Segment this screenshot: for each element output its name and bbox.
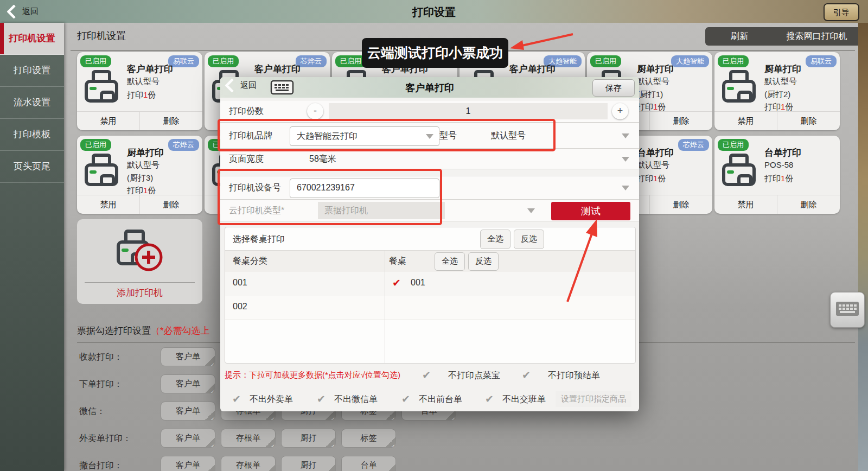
delete-button[interactable]: 删除 [649, 195, 712, 214]
category-row[interactable]: 001 ✔ 001 [225, 272, 635, 296]
ticket-type-button[interactable]: 客户单 [161, 347, 215, 366]
sidebar-item-flow-settings[interactable]: 流水设置 [0, 87, 64, 119]
printer-icon [721, 153, 759, 190]
disable-button[interactable]: 禁用 [77, 112, 139, 130]
ticket-type-button[interactable]: 客户单 [161, 402, 215, 421]
printer-name: 台单打印 [637, 147, 674, 159]
ticket-type-button[interactable]: 存根单 [221, 429, 276, 448]
option-label[interactable]: 不出外卖单 [250, 394, 293, 405]
device-number-row: 打印机设备号 670021239167 [220, 176, 639, 200]
check-corner-icon [205, 355, 215, 366]
option-label[interactable]: 不出前台单 [419, 394, 462, 405]
chevron-down-icon[interactable] [527, 208, 535, 213]
check-corner-icon [205, 437, 215, 448]
page-width-row: 页面宽度 58毫米 [220, 149, 639, 169]
check-corner-icon [385, 410, 396, 421]
ticket-type-button[interactable]: 存根单 [221, 456, 276, 471]
printer-name: 客户单打印 [127, 63, 173, 75]
option-label[interactable]: 不出微信单 [334, 394, 378, 405]
printer-card[interactable]: 已启用 台单打印 POS-58 打印1份 禁用 删除 [714, 136, 840, 214]
select-all-button[interactable]: 全选 [480, 230, 510, 249]
printer-icon [84, 153, 122, 190]
device-number-input[interactable]: 670021239167 [290, 179, 439, 198]
set-specified-goods-button[interactable]: 设置打印指定商品 [556, 391, 631, 407]
category-column-header: 餐桌分类 [233, 256, 267, 267]
ticket-type-button[interactable]: 客户单 [161, 456, 215, 471]
customer-ticket-print-dialog: 返回 客户单打印 保存 打印份数 - 1 + 打印机品牌 大趋智能云打印 型号 … [220, 77, 639, 411]
check-icon[interactable]: ✔ [401, 393, 410, 405]
page-title: 打印设置 [0, 5, 868, 20]
option-label[interactable]: 不出交班单 [502, 394, 546, 405]
check-corner-icon [325, 464, 336, 471]
check-corner-icon [445, 410, 456, 421]
test-print-button[interactable]: 测试 [551, 202, 630, 220]
ticket-type-button[interactable]: 客户单 [161, 374, 215, 393]
ticket-type-button[interactable]: 客户单 [161, 429, 215, 448]
check-icon[interactable]: ✔ [485, 393, 494, 405]
check-icon[interactable]: ✔ [232, 393, 241, 405]
ticket-type-button[interactable]: 台单 [341, 456, 396, 471]
sidebar-item-label: 流水设置 [14, 97, 50, 107]
floating-keyboard-button[interactable] [830, 292, 865, 328]
printer-card[interactable]: 已启用 易联云 客户单打印 默认型号 打印1份 禁用 删除 [77, 52, 202, 130]
printer-model: 默认型号 [764, 77, 797, 87]
disable-button[interactable]: 禁用 [714, 112, 777, 130]
card-actions: 禁用 删除 [714, 195, 840, 214]
printer-card[interactable]: 已启用 芯烨云 厨单打印 默认型号 (厨打3) 打印1份 禁用 删除 [77, 136, 202, 214]
sidebar-item-print-settings[interactable]: 打印设置 [0, 55, 64, 87]
status-badge: 已启用 [718, 139, 749, 151]
save-button[interactable]: 保存 [592, 79, 635, 97]
model-value[interactable]: 默认型号 [491, 130, 526, 142]
section-title: 打印机设置 [77, 29, 126, 42]
delete-button[interactable]: 删除 [777, 195, 840, 214]
invert-select-button[interactable]: 反选 [514, 230, 544, 249]
brand-badge: 芯烨云 [168, 139, 199, 151]
wallpaper-edge [858, 23, 868, 471]
cloud-type-select[interactable]: 票据打印机 [318, 202, 445, 219]
sidebar-item-header-footer[interactable]: 页头页尾 [0, 151, 64, 183]
invert-select-tables-button[interactable]: 反选 [468, 252, 499, 271]
chevron-down-icon[interactable] [622, 133, 629, 138]
copies-value: 1 [329, 103, 608, 119]
ticket-type-button[interactable]: 厨打 [281, 429, 336, 448]
ticket-row-label: 撤台打印： [79, 460, 123, 471]
option-label[interactable]: 不打印预结单 [548, 370, 600, 381]
copies-plus-button[interactable]: + [612, 103, 628, 119]
sidebar-item-printer-settings[interactable]: 打印机设置 [0, 23, 64, 55]
select-all-tables-button[interactable]: 全选 [435, 252, 465, 271]
check-corner-icon [385, 464, 396, 471]
copies-minus-button[interactable]: - [307, 103, 323, 119]
guide-button[interactable]: 引导 [824, 3, 859, 21]
add-printer-card[interactable]: 添加打印机 [77, 219, 202, 304]
check-corner-icon [265, 464, 276, 471]
chevron-down-icon[interactable] [622, 186, 629, 190]
search-lan-printer-button[interactable]: 搜索网口打印机 [761, 27, 868, 46]
delete-button[interactable]: 删除 [649, 112, 712, 130]
ticket-section-note: （*必需勾选上 [151, 326, 210, 336]
panel-title: 选择餐桌打印 [233, 234, 285, 245]
category-row[interactable]: 002 [225, 296, 635, 320]
check-icon[interactable]: ✔ [317, 393, 326, 405]
option-label[interactable]: 不打印点菜宝 [448, 370, 500, 381]
delete-button[interactable]: 删除 [139, 195, 202, 214]
delete-button[interactable]: 删除 [139, 112, 202, 130]
ticket-type-button[interactable]: 厨打 [281, 456, 336, 471]
dialog-title: 客户单打印 [220, 81, 639, 94]
chevron-down-icon[interactable] [622, 157, 629, 162]
red-check-icon[interactable]: ✔ [392, 277, 401, 289]
delete-button[interactable]: 删除 [777, 112, 840, 130]
printer-card[interactable]: 已启用 易联云 厨单打印 默认型号 (厨打2) 打印1份 禁用 删除 [714, 52, 840, 130]
page-width-value[interactable]: 58毫米 [309, 154, 336, 165]
check-corner-icon [325, 437, 336, 448]
check-icon[interactable]: ✔ [422, 369, 431, 381]
check-corner-icon [325, 410, 336, 421]
table-column-header: 餐桌 [389, 256, 406, 267]
brand-select[interactable]: 大趋智能云打印 [290, 126, 439, 146]
sidebar-item-print-template[interactable]: 打印模板 [0, 119, 64, 151]
brand-value: 大趋智能云打印 [297, 131, 358, 142]
printer-name: 台单打印 [764, 147, 801, 159]
disable-button[interactable]: 禁用 [77, 195, 139, 214]
ticket-type-button[interactable]: 标签 [341, 429, 396, 448]
check-icon[interactable]: ✔ [522, 369, 531, 381]
disable-button[interactable]: 禁用 [714, 195, 777, 214]
